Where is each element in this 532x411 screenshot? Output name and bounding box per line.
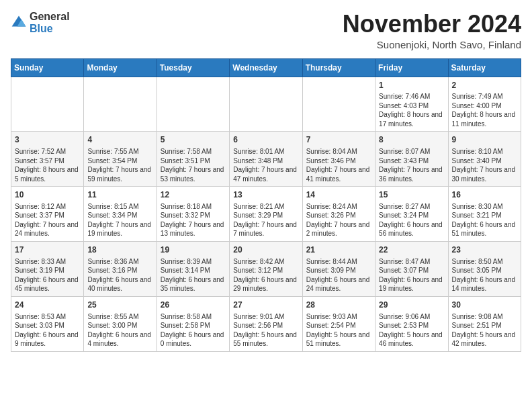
day-number: 12 — [161, 189, 226, 201]
col-sunday: Sunday — [11, 58, 84, 77]
day-number: 26 — [161, 300, 226, 311]
day-info: Sunrise: 8:44 AM Sunset: 3:09 PM Dayligh… — [306, 257, 371, 293]
table-row: 6Sunrise: 8:01 AM Sunset: 3:48 PM Daylig… — [230, 132, 302, 187]
table-row: 1Sunrise: 7:46 AM Sunset: 4:03 PM Daylig… — [375, 77, 448, 132]
title-section: November 2024 Suonenjoki, North Savo, Fi… — [343, 11, 521, 50]
day-info: Sunrise: 8:10 AM Sunset: 3:40 PM Dayligh… — [452, 147, 517, 183]
day-info: Sunrise: 8:12 AM Sunset: 3:37 PM Dayligh… — [15, 202, 80, 238]
calendar-week-row: 10Sunrise: 8:12 AM Sunset: 3:37 PM Dayli… — [11, 187, 521, 242]
calendar-header-row: Sunday Monday Tuesday Wednesday Thursday… — [11, 58, 521, 77]
day-number: 23 — [452, 244, 517, 256]
day-number: 18 — [87, 244, 152, 256]
table-row: 7Sunrise: 8:04 AM Sunset: 3:46 PM Daylig… — [302, 132, 375, 187]
logo-icon — [11, 15, 27, 31]
table-row: 18Sunrise: 8:36 AM Sunset: 3:16 PM Dayli… — [84, 241, 157, 296]
day-info: Sunrise: 9:08 AM Sunset: 2:51 PM Dayligh… — [452, 312, 517, 349]
day-info: Sunrise: 8:04 AM Sunset: 3:46 PM Dayligh… — [306, 147, 371, 183]
day-number: 30 — [452, 300, 517, 311]
table-row: 8Sunrise: 8:07 AM Sunset: 3:43 PM Daylig… — [375, 132, 448, 187]
logo: General Blue — [11, 11, 70, 34]
day-info: Sunrise: 8:58 AM Sunset: 2:58 PM Dayligh… — [161, 312, 226, 349]
col-wednesday: Wednesday — [230, 58, 302, 77]
day-number: 4 — [87, 134, 152, 146]
day-number: 3 — [15, 134, 80, 146]
col-friday: Friday — [375, 58, 448, 77]
table-row: 23Sunrise: 8:50 AM Sunset: 3:05 PM Dayli… — [448, 241, 521, 296]
table-row — [230, 77, 302, 132]
day-number: 24 — [15, 300, 80, 311]
col-monday: Monday — [84, 58, 157, 77]
col-thursday: Thursday — [302, 58, 375, 77]
day-info: Sunrise: 8:42 AM Sunset: 3:12 PM Dayligh… — [233, 257, 298, 293]
day-info: Sunrise: 8:21 AM Sunset: 3:29 PM Dayligh… — [233, 202, 298, 238]
table-row: 9Sunrise: 8:10 AM Sunset: 3:40 PM Daylig… — [448, 132, 521, 187]
day-info: Sunrise: 9:03 AM Sunset: 2:54 PM Dayligh… — [306, 312, 371, 349]
day-number: 19 — [161, 244, 226, 256]
day-number: 8 — [379, 134, 444, 146]
table-row — [157, 77, 229, 132]
day-info: Sunrise: 9:01 AM Sunset: 2:56 PM Dayligh… — [233, 312, 298, 349]
day-info: Sunrise: 9:06 AM Sunset: 2:53 PM Dayligh… — [379, 312, 444, 349]
day-info: Sunrise: 8:47 AM Sunset: 3:07 PM Dayligh… — [379, 257, 444, 293]
calendar-week-row: 24Sunrise: 8:53 AM Sunset: 3:03 PM Dayli… — [11, 296, 521, 351]
day-number: 1 — [379, 80, 444, 91]
table-row: 14Sunrise: 8:24 AM Sunset: 3:26 PM Dayli… — [302, 187, 375, 242]
day-info: Sunrise: 8:24 AM Sunset: 3:26 PM Dayligh… — [306, 202, 371, 238]
table-row: 11Sunrise: 8:15 AM Sunset: 3:34 PM Dayli… — [84, 187, 157, 242]
day-info: Sunrise: 8:36 AM Sunset: 3:16 PM Dayligh… — [87, 257, 152, 293]
day-number: 15 — [379, 189, 444, 201]
table-row: 16Sunrise: 8:30 AM Sunset: 3:21 PM Dayli… — [448, 187, 521, 242]
day-number: 20 — [233, 244, 298, 256]
day-info: Sunrise: 7:46 AM Sunset: 4:03 PM Dayligh… — [379, 92, 444, 128]
table-row: 17Sunrise: 8:33 AM Sunset: 3:19 PM Dayli… — [11, 241, 84, 296]
day-info: Sunrise: 8:33 AM Sunset: 3:19 PM Dayligh… — [15, 257, 80, 293]
table-row — [11, 77, 84, 132]
calendar-table: Sunday Monday Tuesday Wednesday Thursday… — [11, 58, 521, 352]
day-number: 17 — [15, 244, 80, 256]
day-number: 27 — [233, 300, 298, 311]
logo-text: General Blue — [30, 11, 70, 34]
day-number: 10 — [15, 189, 80, 201]
table-row — [84, 77, 157, 132]
table-row: 13Sunrise: 8:21 AM Sunset: 3:29 PM Dayli… — [230, 187, 302, 242]
day-info: Sunrise: 8:55 AM Sunset: 3:00 PM Dayligh… — [87, 312, 152, 349]
day-number: 16 — [452, 189, 517, 201]
table-row: 29Sunrise: 9:06 AM Sunset: 2:53 PM Dayli… — [375, 296, 448, 351]
day-number: 6 — [233, 134, 298, 146]
table-row: 25Sunrise: 8:55 AM Sunset: 3:00 PM Dayli… — [84, 296, 157, 351]
day-info: Sunrise: 8:01 AM Sunset: 3:48 PM Dayligh… — [233, 147, 298, 183]
logo-blue: Blue — [30, 23, 70, 35]
day-info: Sunrise: 8:50 AM Sunset: 3:05 PM Dayligh… — [452, 257, 517, 293]
day-number: 25 — [87, 300, 152, 311]
table-row: 15Sunrise: 8:27 AM Sunset: 3:24 PM Dayli… — [375, 187, 448, 242]
page-header: General Blue November 2024 Suonenjoki, N… — [11, 11, 521, 50]
day-info: Sunrise: 8:39 AM Sunset: 3:14 PM Dayligh… — [161, 257, 226, 293]
day-info: Sunrise: 7:55 AM Sunset: 3:54 PM Dayligh… — [87, 147, 152, 183]
location: Suonenjoki, North Savo, Finland — [343, 39, 521, 50]
day-number: 29 — [379, 300, 444, 311]
table-row: 30Sunrise: 9:08 AM Sunset: 2:51 PM Dayli… — [448, 296, 521, 351]
calendar-week-row: 1Sunrise: 7:46 AM Sunset: 4:03 PM Daylig… — [11, 77, 521, 132]
day-number: 28 — [306, 300, 371, 311]
table-row: 10Sunrise: 8:12 AM Sunset: 3:37 PM Dayli… — [11, 187, 84, 242]
table-row: 22Sunrise: 8:47 AM Sunset: 3:07 PM Dayli… — [375, 241, 448, 296]
table-row: 3Sunrise: 7:52 AM Sunset: 3:57 PM Daylig… — [11, 132, 84, 187]
col-saturday: Saturday — [448, 58, 521, 77]
calendar-week-row: 17Sunrise: 8:33 AM Sunset: 3:19 PM Dayli… — [11, 241, 521, 296]
day-number: 11 — [87, 189, 152, 201]
day-info: Sunrise: 8:15 AM Sunset: 3:34 PM Dayligh… — [87, 202, 152, 238]
table-row — [302, 77, 375, 132]
day-number: 7 — [306, 134, 371, 146]
table-row: 19Sunrise: 8:39 AM Sunset: 3:14 PM Dayli… — [157, 241, 229, 296]
day-info: Sunrise: 7:49 AM Sunset: 4:00 PM Dayligh… — [452, 92, 517, 128]
table-row: 5Sunrise: 7:58 AM Sunset: 3:51 PM Daylig… — [157, 132, 229, 187]
day-info: Sunrise: 7:52 AM Sunset: 3:57 PM Dayligh… — [15, 147, 80, 183]
day-number: 13 — [233, 189, 298, 201]
table-row: 2Sunrise: 7:49 AM Sunset: 4:00 PM Daylig… — [448, 77, 521, 132]
day-info: Sunrise: 8:53 AM Sunset: 3:03 PM Dayligh… — [15, 312, 80, 349]
day-number: 5 — [161, 134, 226, 146]
table-row: 20Sunrise: 8:42 AM Sunset: 3:12 PM Dayli… — [230, 241, 302, 296]
day-info: Sunrise: 8:30 AM Sunset: 3:21 PM Dayligh… — [452, 202, 517, 238]
table-row: 21Sunrise: 8:44 AM Sunset: 3:09 PM Dayli… — [302, 241, 375, 296]
table-row: 12Sunrise: 8:18 AM Sunset: 3:32 PM Dayli… — [157, 187, 229, 242]
